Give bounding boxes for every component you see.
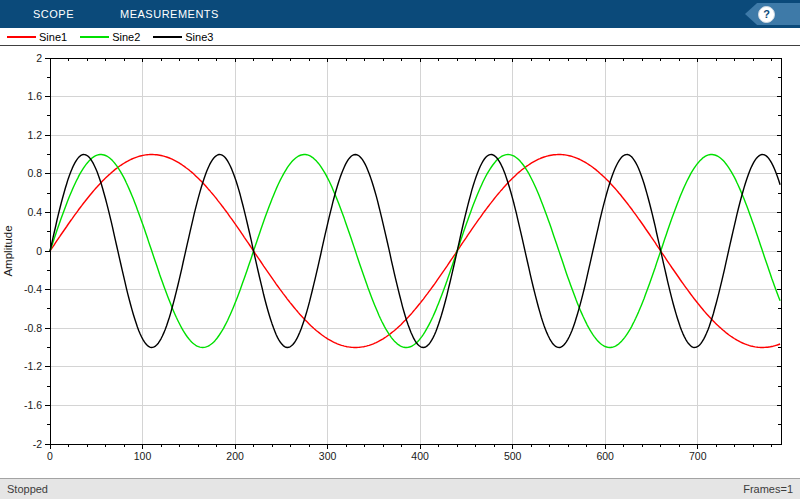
- svg-text:100: 100: [134, 450, 152, 462]
- legend: Sine1 Sine2 Sine3: [0, 28, 800, 46]
- legend-item-sine1[interactable]: Sine1: [7, 31, 67, 43]
- frames-counter: Frames=1: [743, 483, 793, 495]
- legend-swatch: [80, 36, 109, 38]
- svg-text:500: 500: [504, 450, 522, 462]
- svg-text:-0.4: -0.4: [24, 283, 42, 295]
- svg-text:0: 0: [47, 450, 53, 462]
- legend-swatch: [153, 36, 182, 38]
- legend-label: Sine1: [39, 31, 67, 43]
- svg-text:-2: -2: [33, 438, 42, 450]
- question-icon: ?: [758, 6, 775, 23]
- svg-text:600: 600: [596, 450, 614, 462]
- legend-label: Sine2: [112, 31, 140, 43]
- legend-swatch: [7, 36, 36, 38]
- toolstrip: SCOPE MEASUREMENTS ?: [0, 0, 800, 28]
- legend-label: Sine3: [185, 31, 213, 43]
- help-button[interactable]: ?: [745, 3, 800, 25]
- svg-text:0: 0: [36, 245, 42, 257]
- svg-text:1.2: 1.2: [27, 129, 42, 141]
- svg-text:-1.2: -1.2: [24, 360, 42, 372]
- svg-text:400: 400: [411, 450, 429, 462]
- svg-text:2: 2: [36, 52, 42, 64]
- waveform-chart: 0100200300400500600700-2-1.6-1.2-0.8-0.4…: [0, 46, 800, 478]
- tab-scope[interactable]: SCOPE: [33, 0, 74, 28]
- svg-text:200: 200: [226, 450, 244, 462]
- svg-text:300: 300: [319, 450, 337, 462]
- plot-panel: 0100200300400500600700-2-1.6-1.2-0.8-0.4…: [0, 46, 800, 478]
- svg-text:-1.6: -1.6: [24, 399, 42, 411]
- legend-item-sine2[interactable]: Sine2: [80, 31, 140, 43]
- svg-text:-0.8: -0.8: [24, 322, 42, 334]
- tab-measurements[interactable]: MEASUREMENTS: [120, 0, 219, 28]
- y-axis-label: Amplitude: [2, 225, 14, 276]
- legend-item-sine3[interactable]: Sine3: [153, 31, 213, 43]
- status-bar: Stopped Frames=1: [0, 478, 800, 499]
- svg-text:0.4: 0.4: [27, 206, 42, 218]
- svg-text:1.6: 1.6: [27, 90, 42, 102]
- status-text: Stopped: [7, 483, 48, 495]
- svg-text:700: 700: [689, 450, 707, 462]
- svg-text:0.8: 0.8: [27, 167, 42, 179]
